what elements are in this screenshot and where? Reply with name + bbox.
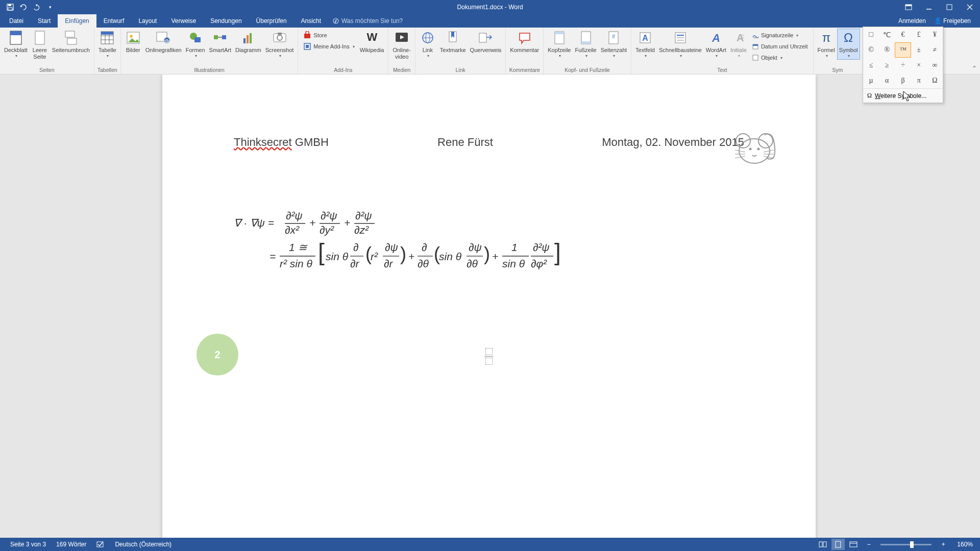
- web-layout-button[interactable]: [847, 539, 860, 550]
- link-button[interactable]: Link▾: [418, 29, 438, 60]
- tab-start[interactable]: Start: [31, 14, 58, 28]
- kopfzeile-button[interactable]: Kopfzeile▾: [546, 29, 573, 60]
- deckblatt-button[interactable]: Deckblatt▾: [2, 29, 30, 60]
- screenshot-button[interactable]: Screenshot▾: [263, 29, 296, 60]
- onlinevideo-button[interactable]: Online- video: [390, 29, 412, 61]
- tabelle-button[interactable]: Tabelle▾: [96, 29, 118, 60]
- symbol-cell-8[interactable]: ±: [911, 42, 927, 58]
- kommentar-button[interactable]: Kommentar: [508, 29, 541, 55]
- collapse-ribbon-icon[interactable]: ⌃: [972, 65, 977, 72]
- smartart-button[interactable]: SmartArt: [207, 29, 233, 55]
- tab-ueberpruefen[interactable]: Überprüfen: [249, 14, 294, 28]
- symbol-cell-13[interactable]: ×: [911, 58, 927, 73]
- share-link[interactable]: 👤Freigeben: [934, 17, 971, 24]
- datum-button[interactable]: Datum und Uhrzeit: [751, 41, 809, 52]
- minimize-button[interactable]: [919, 0, 939, 14]
- svg-rect-15: [67, 38, 77, 44]
- formel-button[interactable]: πFormel▾: [816, 29, 837, 60]
- redo-button[interactable]: [31, 1, 43, 13]
- qat-customize[interactable]: ▾: [44, 1, 56, 13]
- tab-entwurf[interactable]: Entwurf: [96, 14, 132, 28]
- svg-rect-38: [306, 45, 309, 48]
- zoom-out-button[interactable]: −: [862, 539, 875, 550]
- objekt-button[interactable]: Objekt▾: [751, 52, 809, 63]
- close-button[interactable]: [960, 0, 980, 14]
- seitenumbruch-button[interactable]: Seitenumbruch: [50, 29, 92, 55]
- ribbon: Deckblatt▾ Leere Seite Seitenumbruch Sei…: [0, 28, 980, 74]
- symbol-cell-9[interactable]: ≠: [927, 42, 943, 58]
- page-indicator[interactable]: Seite 3 von 3: [5, 541, 51, 548]
- undo-button[interactable]: [17, 1, 30, 13]
- symbol-cell-2[interactable]: €: [895, 27, 911, 42]
- diagramm-button[interactable]: Diagramm: [233, 29, 263, 55]
- zoom-in-button[interactable]: +: [937, 539, 950, 550]
- equation-fraction-placeholder[interactable]: [484, 348, 494, 365]
- read-mode-button[interactable]: [816, 539, 829, 550]
- tab-layout[interactable]: Layout: [131, 14, 164, 28]
- bilder-button[interactable]: Bilder: [123, 29, 143, 55]
- symbol-cell-12[interactable]: ÷: [895, 58, 911, 73]
- symbol-cell-4[interactable]: ¥: [927, 27, 943, 42]
- signaturzeile-button[interactable]: Signaturzeile▾: [751, 30, 809, 41]
- symbol-cell-16[interactable]: α: [879, 73, 895, 88]
- zoom-level[interactable]: 160%: [952, 541, 975, 548]
- omega-icon: Ω: [867, 92, 872, 99]
- initiale-button[interactable]: AInitiale▾: [728, 29, 749, 60]
- querverweis-button[interactable]: Querverweis: [468, 29, 504, 55]
- symbol-cell-15[interactable]: µ: [863, 73, 879, 88]
- symbol-button[interactable]: ΩSymbol▾: [837, 29, 860, 60]
- tab-verweise[interactable]: Verweise: [164, 14, 203, 28]
- symbol-cell-14[interactable]: ∞: [927, 58, 943, 73]
- svg-rect-36: [304, 34, 310, 38]
- proofing-icon[interactable]: [91, 541, 110, 548]
- group-kommentare: Kommentar Kommentare: [506, 28, 544, 74]
- symbol-cell-19[interactable]: Ω: [927, 73, 943, 88]
- symbol-cell-3[interactable]: £: [911, 27, 927, 42]
- print-layout-button[interactable]: [831, 539, 845, 550]
- symbol-cell-1[interactable]: ℃: [879, 27, 895, 42]
- svg-rect-35: [278, 33, 282, 35]
- signin-link[interactable]: Anmelden: [898, 17, 926, 24]
- save-button[interactable]: [4, 1, 16, 13]
- leere-seite-button[interactable]: Leere Seite: [30, 29, 50, 61]
- symbol-cell-0[interactable]: □: [863, 27, 879, 42]
- svg-text:A: A: [712, 32, 720, 44]
- svg-rect-2: [8, 8, 12, 10]
- seitenzahl-button[interactable]: #Seitenzahl▾: [599, 29, 629, 60]
- group-seiten: Deckblatt▾ Leere Seite Seitenumbruch Sei…: [0, 28, 94, 74]
- zoom-slider[interactable]: [880, 544, 932, 545]
- symbol-cell-10[interactable]: ≤: [863, 58, 879, 73]
- group-link: Link▾ Textmarke Querverweis Link: [415, 28, 506, 74]
- textmarke-button[interactable]: Textmarke: [438, 29, 468, 55]
- symbol-cell-6[interactable]: ®: [879, 42, 895, 58]
- tab-sendungen[interactable]: Sendungen: [203, 14, 249, 28]
- svg-point-68: [739, 139, 770, 163]
- group-medien: Online- video Medien: [388, 28, 415, 74]
- symbol-cell-7[interactable]: ™: [895, 42, 911, 58]
- wikipedia-button[interactable]: WWikipedia: [358, 29, 386, 55]
- wordart-button[interactable]: AWordArt▾: [704, 29, 728, 60]
- fusszeile-button[interactable]: Fußzeile▾: [573, 29, 598, 60]
- tab-ansicht[interactable]: Ansicht: [294, 14, 328, 28]
- tab-datei[interactable]: Datei: [2, 14, 31, 28]
- symbol-cell-17[interactable]: β: [895, 73, 911, 88]
- svg-text:sin θ: sin θ: [439, 251, 462, 262]
- meine-addins-button[interactable]: Meine Add-Ins▾: [302, 41, 355, 52]
- tell-me[interactable]: Was möchten Sie tun?: [332, 17, 403, 24]
- svg-text:): ): [484, 243, 490, 264]
- document-area[interactable]: Thinksecret GMBH Rene Fürst Montag, 02. …: [0, 74, 980, 538]
- svg-point-70: [758, 134, 773, 148]
- symbol-cell-11[interactable]: ≥: [879, 58, 895, 73]
- store-button[interactable]: Store: [302, 30, 355, 41]
- onlinegrafiken-button[interactable]: Onlinegrafiken: [143, 29, 184, 55]
- symbol-cell-5[interactable]: ©: [863, 42, 879, 58]
- formen-button[interactable]: Formen▾: [184, 29, 207, 60]
- symbol-cell-18[interactable]: π: [911, 73, 927, 88]
- textfeld-button[interactable]: ATextfeld▾: [633, 29, 657, 60]
- word-count[interactable]: 169 Wörter: [51, 541, 91, 548]
- language-indicator[interactable]: Deutsch (Österreich): [110, 541, 177, 548]
- maximize-button[interactable]: [939, 0, 960, 14]
- tab-einfuegen[interactable]: Einfügen: [58, 14, 96, 28]
- ribbon-display-options[interactable]: [898, 0, 919, 14]
- schnellbausteine-button[interactable]: Schnellbausteine▾: [657, 29, 704, 60]
